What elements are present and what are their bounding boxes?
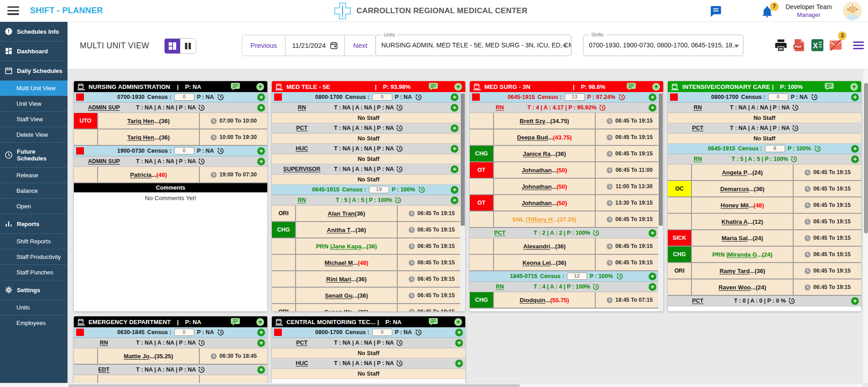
- staff-name-link[interactable]: Senait Gu: [325, 292, 353, 299]
- more-options-icon[interactable]: [853, 41, 864, 49]
- census-input[interactable]: 19: [369, 186, 389, 193]
- add-staff-button[interactable]: +: [455, 329, 463, 336]
- add-shift-button[interactable]: +: [454, 83, 462, 91]
- add-staff-button[interactable]: +: [851, 145, 859, 153]
- date-input[interactable]: 11/21/2024: [285, 35, 345, 56]
- sidebar-item-staff-productivity[interactable]: Staff Productivity: [0, 249, 68, 264]
- column-view-toggle-button[interactable]: [180, 39, 196, 53]
- sidebar-item-settings[interactable]: Settings: [0, 280, 68, 299]
- units-select[interactable]: Units NURSING ADMIN, MED TELE - 5E, MED …: [375, 35, 572, 56]
- add-shift-button[interactable]: +: [256, 83, 264, 91]
- history-icon[interactable]: [394, 196, 401, 204]
- role-link[interactable]: RN: [668, 104, 728, 111]
- add-staff-button[interactable]: +: [257, 93, 265, 101]
- add-staff-button[interactable]: +: [257, 329, 265, 336]
- staff-name-link[interactable]: Alexandri: [523, 243, 550, 250]
- add-staff-button[interactable]: +: [455, 360, 463, 367]
- sidebar-item-unit-view[interactable]: Unit View: [0, 96, 68, 111]
- add-staff-button[interactable]: +: [451, 186, 458, 194]
- calendar-icon[interactable]: [275, 318, 283, 325]
- staff-name-link[interactable]: Jane Kapa: [332, 243, 361, 250]
- history-icon[interactable]: [396, 124, 403, 132]
- staff-name-link[interactable]: Brett Szy: [520, 118, 545, 124]
- census-input[interactable]: 0: [768, 93, 788, 101]
- add-staff-button[interactable]: +: [451, 104, 458, 112]
- email-blocked-button[interactable]: [829, 38, 842, 52]
- staff-name-link[interactable]: Tariq Hen: [127, 118, 154, 124]
- calendar-icon[interactable]: [330, 41, 338, 50]
- census-input[interactable]: 0: [372, 329, 392, 336]
- history-icon[interactable]: [396, 165, 403, 173]
- add-shift-button[interactable]: +: [454, 318, 462, 326]
- sidebar-item-future-schedules[interactable]: Future Schedules: [0, 142, 68, 167]
- role-link[interactable]: RN: [272, 104, 332, 111]
- staff-name-link[interactable]: Ramy Tard: [719, 268, 749, 274]
- history-icon[interactable]: [217, 329, 224, 336]
- horizontal-scrollbar[interactable]: [0, 383, 863, 387]
- history-icon[interactable]: [814, 145, 821, 152]
- role-link[interactable]: RN: [272, 197, 332, 203]
- print-button[interactable]: [774, 38, 788, 52]
- vertical-scrollbar[interactable]: [863, 69, 868, 383]
- add-staff-button[interactable]: +: [649, 273, 656, 280]
- sidebar-item-employees[interactable]: Employees: [0, 315, 68, 330]
- panel-scrollbar[interactable]: [460, 92, 465, 311]
- census-input[interactable]: 8: [765, 145, 785, 152]
- vertical-scrollbar-thumb[interactable]: [864, 83, 868, 233]
- add-shift-button[interactable]: +: [652, 83, 660, 91]
- staff-name-link[interactable]: Susan Wo: [324, 309, 353, 312]
- staff-name-link[interactable]: Mattie Jo: [124, 353, 149, 360]
- staff-name-link[interactable]: Diodquin: [520, 297, 545, 304]
- census-input[interactable]: 0: [174, 329, 194, 336]
- unit-comments-icon[interactable]: [230, 318, 240, 326]
- staff-name-link[interactable]: Johnathan: [522, 167, 552, 174]
- staff-name-link[interactable]: Maria Sal: [722, 235, 748, 242]
- history-icon[interactable]: [618, 93, 625, 101]
- role-link[interactable]: PCT: [272, 125, 332, 131]
- panel-scrollbar[interactable]: [658, 92, 663, 311]
- staff-name-link[interactable]: Raven Woo: [718, 284, 751, 291]
- role-link[interactable]: ADMIN SUP: [74, 104, 134, 111]
- sidebar-item-staff-punches[interactable]: Staff Punches: [0, 264, 68, 280]
- unit-comments-icon[interactable]: [428, 318, 438, 326]
- add-staff-button[interactable]: +: [649, 93, 656, 101]
- history-icon[interactable]: [198, 104, 205, 111]
- user-info[interactable]: Developer Team Manager: [779, 3, 839, 19]
- add-staff-button[interactable]: +: [257, 104, 265, 112]
- role-link[interactable]: PCT: [668, 125, 728, 131]
- staff-name-link[interactable]: Angela P: [722, 169, 748, 176]
- history-icon[interactable]: [592, 229, 599, 237]
- staff-name-link[interactable]: Miranda G: [728, 251, 757, 258]
- role-link[interactable]: ADMIN SUP: [74, 158, 134, 165]
- add-staff-button[interactable]: +: [851, 297, 859, 305]
- sidebar-item-multi-unit-view[interactable]: Multi Unit View: [0, 80, 68, 96]
- notifications-bell-icon[interactable]: 7: [761, 4, 774, 18]
- sidebar-item-delete-view[interactable]: Delete View: [0, 127, 68, 142]
- unit-comments-icon[interactable]: [824, 83, 834, 91]
- role-link[interactable]: SUPERVISOR: [272, 166, 332, 172]
- add-staff-button[interactable]: +: [451, 93, 458, 101]
- history-icon[interactable]: [198, 158, 205, 165]
- history-icon[interactable]: [788, 297, 795, 304]
- census-input[interactable]: 13: [564, 93, 584, 101]
- history-icon[interactable]: [792, 124, 799, 132]
- add-staff-button[interactable]: +: [257, 147, 265, 155]
- multi-view-toggle-button[interactable]: [165, 39, 180, 53]
- add-staff-button[interactable]: +: [851, 93, 859, 101]
- staff-name-link[interactable]: Khatira A: [722, 218, 748, 225]
- calendar-icon[interactable]: [671, 83, 679, 90]
- staff-name-link[interactable]: Johnathan: [522, 183, 552, 190]
- add-staff-button[interactable]: +: [451, 196, 458, 204]
- role-link[interactable]: PCT: [668, 298, 728, 304]
- panel-scrollbar-thumb[interactable]: [659, 93, 663, 226]
- staff-name-link[interactable]: Michael M: [324, 259, 353, 266]
- sidebar-item-schedules-info[interactable]: Schedules Info: [0, 22, 68, 41]
- staff-name-link[interactable]: Keona Lei: [522, 259, 551, 266]
- add-staff-button[interactable]: +: [649, 229, 656, 237]
- role-link[interactable]: PCT: [470, 230, 530, 236]
- add-staff-button[interactable]: +: [451, 124, 458, 132]
- history-icon[interactable]: [792, 104, 799, 111]
- add-staff-button[interactable]: +: [257, 339, 265, 347]
- menu-icon[interactable]: [7, 6, 19, 15]
- staff-name-link[interactable]: Johnathan: [522, 200, 552, 206]
